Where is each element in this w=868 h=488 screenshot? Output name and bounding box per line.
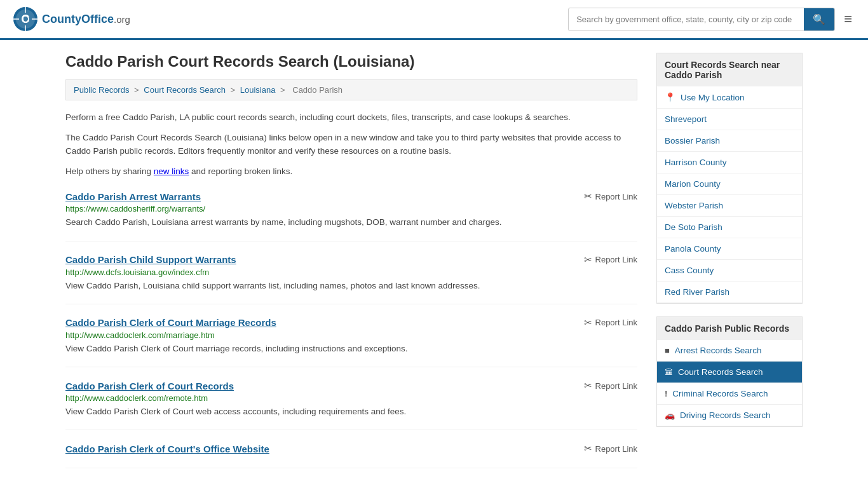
arrest-records-link[interactable]: ■ Arrest Records Search: [657, 340, 802, 361]
report-link-4[interactable]: ✂ Report Link: [584, 380, 637, 391]
content-area: Caddo Parish Court Records Search (Louis…: [65, 53, 637, 481]
list-item: Harrison County: [657, 152, 802, 173]
report-icon-2: ✂: [584, 254, 592, 266]
location-pin-icon: 📍: [665, 92, 675, 102]
report-icon-4: ✂: [584, 380, 592, 391]
breadcrumb: Public Records > Court Records Search > …: [65, 79, 637, 100]
nearby-marion[interactable]: Marion County: [657, 173, 802, 194]
search-button[interactable]: 🔍: [804, 8, 834, 30]
nearby-cass[interactable]: Cass County: [657, 260, 802, 281]
list-item-use-location: 📍 Use My Location: [657, 86, 802, 109]
nearby-bossier[interactable]: Bossier Parish: [657, 130, 802, 151]
sidebar-item-driving: 🚗 Driving Records Search: [657, 405, 802, 426]
nearby-webster[interactable]: Webster Parish: [657, 195, 802, 216]
result-url-4: http://www.caddoclerk.com/remote.htm: [65, 393, 637, 403]
report-link-1[interactable]: ✂ Report Link: [584, 191, 637, 202]
result-title-5[interactable]: Caddo Parish Clerk of Court's Office Web…: [65, 444, 269, 454]
list-item: Marion County: [657, 173, 802, 195]
results-list: Caddo Parish Arrest Warrants ✂ Report Li…: [65, 191, 637, 468]
list-item: Panola County: [657, 238, 802, 260]
report-icon-1: ✂: [584, 191, 592, 202]
description-1: Perform a free Caddo Parish, LA public c…: [65, 111, 637, 125]
criminal-records-link[interactable]: ! Criminal Records Search: [657, 383, 802, 404]
main-content: Caddo Parish Court Records Search (Louis…: [53, 40, 815, 488]
result-url-1: https://www.caddosheriff.org/warrants/: [65, 204, 637, 214]
logo-area: C CountyOffice.org: [13, 6, 130, 32]
list-item: Bossier Parish: [657, 130, 802, 152]
sidebar-item-criminal: ! Criminal Records Search: [657, 383, 802, 405]
public-records-header: Caddo Parish Public Records: [656, 316, 803, 340]
search-input[interactable]: [569, 10, 804, 29]
criminal-icon: !: [665, 389, 667, 398]
hamburger-menu-icon[interactable]: ≡: [841, 8, 855, 30]
report-link-5[interactable]: ✂ Report Link: [584, 443, 637, 454]
use-my-location-link[interactable]: 📍 Use My Location: [657, 86, 802, 108]
list-item: Cass County: [657, 260, 802, 281]
public-records-list: ■ Arrest Records Search 🏛 Court Records …: [656, 340, 803, 427]
result-title-1[interactable]: Caddo Parish Arrest Warrants: [65, 191, 201, 202]
nearby-shreveport[interactable]: Shreveport: [657, 109, 802, 130]
nearby-desoto[interactable]: De Soto Parish: [657, 217, 802, 238]
court-records-link[interactable]: 🏛 Court Records Search: [657, 362, 802, 383]
result-title-3[interactable]: Caddo Parish Clerk of Court Marriage Rec…: [65, 317, 276, 328]
sidebar: Court Records Search near Caddo Parish 📍…: [656, 53, 803, 481]
result-title-2[interactable]: Caddo Parish Child Support Warrants: [65, 254, 236, 265]
sidebar-item-court: 🏛 Court Records Search: [657, 362, 802, 383]
logo-icon: C: [13, 6, 38, 32]
nearby-header: Court Records Search near Caddo Parish: [656, 53, 803, 86]
nearby-red-river[interactable]: Red River Parish: [657, 281, 802, 302]
logo-text: CountyOffice.org: [42, 13, 130, 26]
breadcrumb-court-records[interactable]: Court Records Search: [144, 85, 226, 95]
breadcrumb-public-records[interactable]: Public Records: [74, 85, 129, 95]
result-item: Caddo Parish Clerk of Court Records ✂ Re…: [65, 380, 637, 430]
result-desc-3: View Caddo Parish Clerk of Court marriag…: [65, 342, 637, 355]
description-2: The Caddo Parish Court Records Search (L…: [65, 131, 637, 158]
breadcrumb-louisiana[interactable]: Louisiana: [240, 85, 276, 95]
result-item: Caddo Parish Arrest Warrants ✂ Report Li…: [65, 191, 637, 241]
driving-icon: 🚗: [665, 410, 675, 420]
nearby-harrison[interactable]: Harrison County: [657, 152, 802, 173]
result-desc-1: Search Caddo Parish, Louisiana arrest wa…: [65, 216, 637, 229]
new-links-link[interactable]: new links: [154, 166, 189, 176]
list-item: Red River Parish: [657, 281, 802, 303]
result-title-4[interactable]: Caddo Parish Clerk of Court Records: [65, 381, 234, 391]
header-right: 🔍 ≡: [568, 8, 855, 31]
nearby-panola[interactable]: Panola County: [657, 238, 802, 259]
nearby-list: 📍 Use My Location Shreveport Bossier Par…: [656, 86, 803, 304]
result-item: Caddo Parish Clerk of Court Marriage Rec…: [65, 317, 637, 367]
list-item: Webster Parish: [657, 195, 802, 217]
page-title: Caddo Parish Court Records Search (Louis…: [65, 53, 637, 71]
description-3: Help others by sharing new links and rep…: [65, 165, 637, 179]
list-item: De Soto Parish: [657, 217, 802, 238]
result-url-2: http://www.dcfs.louisiana.gov/index.cfm: [65, 268, 637, 277]
public-records-section: Caddo Parish Public Records ■ Arrest Rec…: [656, 316, 803, 427]
driving-records-link[interactable]: 🚗 Driving Records Search: [657, 405, 802, 426]
report-link-3[interactable]: ✂ Report Link: [584, 317, 637, 329]
report-icon-3: ✂: [584, 317, 592, 329]
arrest-icon: ■: [665, 346, 670, 355]
court-icon: 🏛: [665, 367, 673, 377]
breadcrumb-current: Caddo Parish: [292, 85, 342, 95]
result-url-3: http://www.caddoclerk.com/marriage.htm: [65, 330, 637, 340]
report-icon-5: ✂: [584, 443, 592, 454]
report-link-2[interactable]: ✂ Report Link: [584, 254, 637, 266]
search-bar: 🔍: [568, 8, 835, 31]
sidebar-item-arrest: ■ Arrest Records Search: [657, 340, 802, 362]
list-item: Shreveport: [657, 109, 802, 130]
result-desc-4: View Caddo Parish Clerk of Court web acc…: [65, 405, 637, 418]
result-item: Caddo Parish Clerk of Court's Office Web…: [65, 443, 637, 468]
result-item: Caddo Parish Child Support Warrants ✂ Re…: [65, 254, 637, 304]
result-desc-2: View Caddo Parish, Louisiana child suppo…: [65, 280, 637, 292]
nearby-section: Court Records Search near Caddo Parish 📍…: [656, 53, 803, 304]
header: C CountyOffice.org 🔍 ≡: [0, 0, 868, 40]
